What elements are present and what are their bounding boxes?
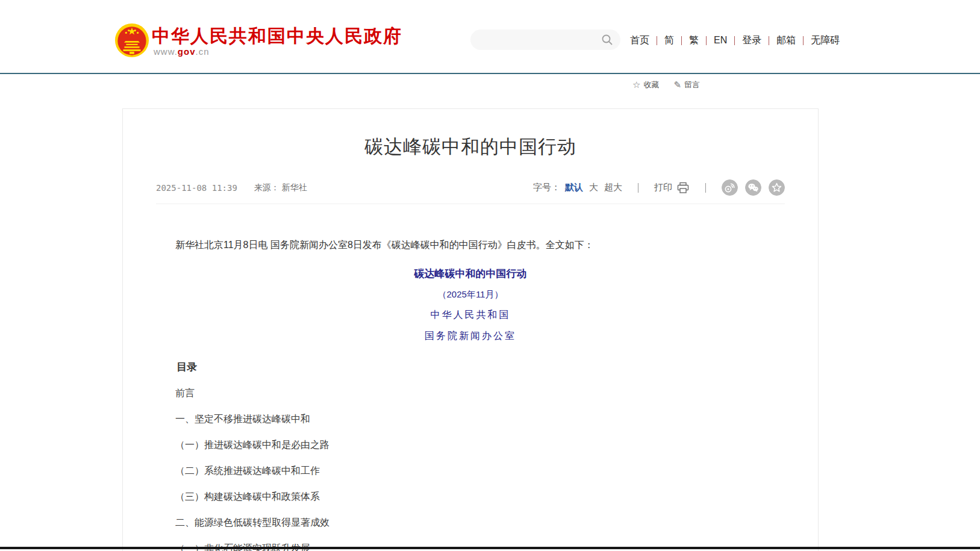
nav-simplified[interactable]: 简 xyxy=(664,34,674,47)
nav-separator xyxy=(734,36,735,45)
comment-label: 留言 xyxy=(684,79,700,90)
document-org-line1: 中华人民共和国 xyxy=(156,309,785,322)
nav-separator xyxy=(706,36,707,45)
site-url-gov: gov xyxy=(178,46,196,57)
toc-title: 目录 xyxy=(156,360,785,374)
site-url-prefix: www. xyxy=(154,46,178,57)
site-url: www.gov.cn xyxy=(154,46,210,57)
toc-item-preface: 前言 xyxy=(156,387,785,400)
nav-english[interactable]: EN xyxy=(714,35,727,46)
meta-separator xyxy=(705,183,706,193)
nav-separator xyxy=(657,36,657,45)
font-size-xlarge-button[interactable]: 超大 xyxy=(604,182,622,193)
nav-separator xyxy=(769,36,769,45)
toc-item-1-1: （一）推进碳达峰碳中和是必由之路 xyxy=(156,438,785,452)
site-url-suffix: .cn xyxy=(196,46,210,57)
font-size-large-button[interactable]: 大 xyxy=(589,182,598,193)
share-icons xyxy=(722,179,785,196)
nav-home[interactable]: 首页 xyxy=(630,34,649,47)
print-button[interactable]: 打印 xyxy=(654,182,690,194)
star-share-icon[interactable] xyxy=(769,179,785,196)
favorite-label: 收藏 xyxy=(643,79,659,90)
source: 来源： 新华社 xyxy=(254,182,307,193)
header-divider xyxy=(0,73,980,74)
document-org-line2: 国务院新闻办公室 xyxy=(156,330,785,343)
publish-date: 2025-11-08 11:39 xyxy=(156,183,237,193)
wechat-share-icon[interactable] xyxy=(745,179,761,196)
lead-paragraph: 新华社北京11月8日电 国务院新闻办公室8日发布《碳达峰碳中和的中国行动》白皮书… xyxy=(156,238,785,252)
search-input[interactable] xyxy=(480,30,598,50)
search-box xyxy=(470,30,620,50)
site-title[interactable]: 中华人民共和国中央人民政府 xyxy=(152,24,402,49)
nav-separator xyxy=(803,36,804,45)
national-emblem-logo[interactable] xyxy=(114,22,149,58)
meta-separator xyxy=(638,183,638,193)
font-size-label: 字号： xyxy=(533,182,560,193)
search-icon[interactable] xyxy=(601,34,613,46)
nav-separator xyxy=(681,36,682,45)
print-label: 打印 xyxy=(654,182,672,193)
article-panel: 碳达峰碳中和的中国行动 2025-11-08 11:39 来源： 新华社 字号：… xyxy=(122,108,819,551)
nav-mail[interactable]: 邮箱 xyxy=(776,34,796,47)
pencil-icon: ✎ xyxy=(673,79,681,90)
favorite-button[interactable]: ☆ 收藏 xyxy=(632,79,659,90)
meta-right: 字号： 默认 大 超大 打印 xyxy=(533,179,785,196)
printer-icon xyxy=(676,182,690,194)
source-value: 新华社 xyxy=(282,182,307,192)
toc-item-2: 二、能源绿色低碳转型取得显著成效 xyxy=(156,516,785,529)
nav-traditional[interactable]: 繁 xyxy=(689,34,699,47)
page: 中华人民共和国中央人民政府 www.gov.cn 首页 简 繁 EN 登录 邮箱… xyxy=(0,0,980,551)
document-title: 碳达峰碳中和的中国行动 xyxy=(156,267,785,281)
viewport-bottom-edge xyxy=(0,547,980,549)
weibo-share-icon[interactable] xyxy=(722,179,738,196)
article-action-row: ☆ 收藏 ✎ 留言 xyxy=(632,79,700,90)
page-title: 碳达峰碳中和的中国行动 xyxy=(156,134,785,160)
toc-item-1: 一、坚定不移推进碳达峰碳中和 xyxy=(156,412,785,426)
font-size-default-button[interactable]: 默认 xyxy=(565,182,583,193)
toc-item-1-2: （二）系统推进碳达峰碳中和工作 xyxy=(156,464,785,478)
meta-left: 2025-11-08 11:39 来源： 新华社 xyxy=(156,182,307,193)
site-header: 中华人民共和国中央人民政府 www.gov.cn 首页 简 繁 EN 登录 邮箱… xyxy=(0,0,980,73)
article-meta-row: 2025-11-08 11:39 来源： 新华社 字号： 默认 大 超大 打印 xyxy=(156,179,785,204)
document-date: （2025年11月） xyxy=(156,289,785,300)
top-nav: 首页 简 繁 EN 登录 邮箱 无障碍 xyxy=(630,33,840,48)
nav-accessibility[interactable]: 无障碍 xyxy=(811,34,840,47)
toc-item-1-3: （三）构建碳达峰碳中和政策体系 xyxy=(156,490,785,503)
comment-button[interactable]: ✎ 留言 xyxy=(673,79,700,90)
source-label: 来源： xyxy=(254,182,279,192)
star-icon: ☆ xyxy=(632,79,640,90)
nav-login[interactable]: 登录 xyxy=(742,34,761,47)
